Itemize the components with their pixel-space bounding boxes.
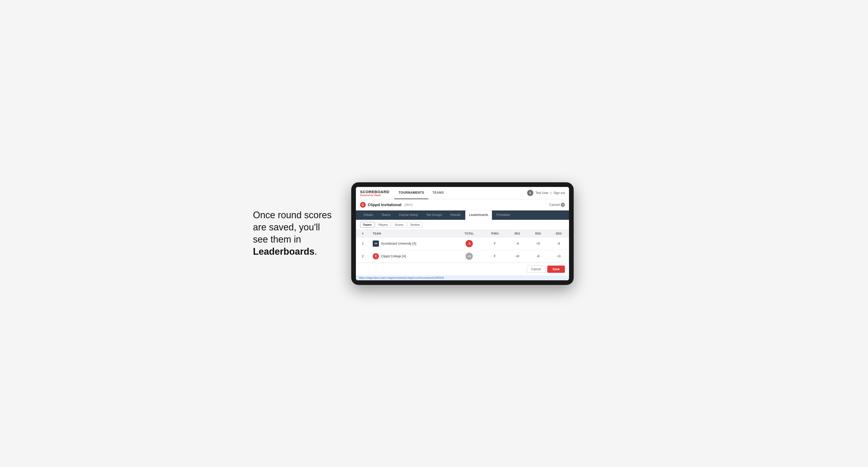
tab-course-setup[interactable]: Course Setup xyxy=(395,211,421,220)
leaderboard-table-container: # TEAM TOTAL THRU RD1 RD2 RD3 1 xyxy=(356,230,569,263)
tablet-frame: SCOREBOARD Powered by clippd TOURNAMENTS… xyxy=(351,182,574,285)
col-rd2: RD2 xyxy=(528,230,548,238)
tournament-title: C Clippd Invitational (Men) xyxy=(360,202,412,208)
tablet-screen: SCOREBOARD Powered by clippd TOURNAMENTS… xyxy=(356,187,569,280)
team-info-2: C Clippd College [A] xyxy=(373,253,453,259)
sign-out-button[interactable]: Sign out xyxy=(554,191,565,195)
tab-printables[interactable]: Printables xyxy=(493,211,514,220)
cancel-button[interactable]: Cancel xyxy=(527,266,545,273)
tournament-icon: C xyxy=(360,202,366,208)
nav-right: S Test User | Sign out xyxy=(527,190,565,196)
cancel-tournament-button[interactable]: Cancel ✕ xyxy=(549,203,565,207)
filter-bar: Teams Players Scores Strokes xyxy=(356,220,569,230)
user-name: Test User xyxy=(535,191,549,195)
close-icon: ✕ xyxy=(561,203,565,207)
rd3-2: +3 xyxy=(548,250,569,262)
nav-links: TOURNAMENTS TEAMS xyxy=(395,187,527,199)
tab-teams[interactable]: Teams xyxy=(378,211,394,220)
tab-tee-groups[interactable]: Tee Groups xyxy=(422,211,446,220)
total-2: +3 xyxy=(456,250,483,262)
leaderboard-table: # TEAM TOTAL THRU RD1 RD2 RD3 1 xyxy=(356,230,569,263)
col-thru: THRU xyxy=(483,230,507,238)
team-info-1: SB Scoreboard University [A] xyxy=(373,241,453,247)
logo-area: SCOREBOARD Powered by clippd xyxy=(360,190,389,196)
logo-text: SCOREBOARD xyxy=(360,190,389,194)
tab-details[interactable]: Details xyxy=(360,211,377,220)
col-rd1: RD1 xyxy=(507,230,528,238)
filter-teams-button[interactable]: Teams xyxy=(360,222,374,227)
col-total: TOTAL xyxy=(456,230,483,238)
sidebar-description: Once round scores are saved, you'll see … xyxy=(253,209,336,257)
tab-leaderboards[interactable]: Leaderboards xyxy=(465,211,492,220)
tab-results[interactable]: Results xyxy=(447,211,464,220)
status-url: https://stage-blue-coach.stagescoreboard… xyxy=(359,276,444,279)
team-logo-clippd: C xyxy=(373,253,379,259)
filter-strokes-button[interactable]: Strokes xyxy=(407,222,423,227)
sub-tabs: Details Teams Course Setup Tee Groups Re… xyxy=(356,211,569,220)
tournament-name: Clippd Invitational xyxy=(368,203,401,207)
thru-2: F xyxy=(483,250,507,262)
top-nav: SCOREBOARD Powered by clippd TOURNAMENTS… xyxy=(356,187,569,199)
filter-scores-button[interactable]: Scores xyxy=(392,222,406,227)
avatar: S xyxy=(527,190,533,196)
nav-teams[interactable]: TEAMS xyxy=(428,187,448,199)
rd2-1: +5 xyxy=(528,237,548,250)
description-period: . xyxy=(314,246,317,257)
col-rd3: RD3 xyxy=(548,230,569,238)
logo-sub: Powered by clippd xyxy=(360,194,389,196)
page-wrapper: Once round scores are saved, you'll see … xyxy=(253,182,615,285)
rd1-1: -4 xyxy=(507,237,528,250)
save-button[interactable]: Save xyxy=(547,266,565,273)
separator: | xyxy=(551,191,551,195)
rank-1: 1 xyxy=(356,237,370,250)
rd2-2: -8 xyxy=(528,250,548,262)
thru-1: F xyxy=(483,237,507,250)
total-badge-2: +3 xyxy=(466,253,473,260)
rd1-2: +8 xyxy=(507,250,528,262)
nav-tournaments[interactable]: TOURNAMENTS xyxy=(395,187,428,199)
tournament-gender: (Men) xyxy=(404,203,412,207)
col-rank: # xyxy=(356,230,370,238)
status-bar: https://stage-blue-coach.stagescoreboard… xyxy=(356,275,569,280)
table-row: 1 SB Scoreboard University [A] -5 xyxy=(356,237,569,250)
team-name-2: Clippd College [A] xyxy=(381,254,406,258)
table-header-row: # TEAM TOTAL THRU RD1 RD2 RD3 xyxy=(356,230,569,238)
table-row: 2 C Clippd College [A] +3 xyxy=(356,250,569,262)
filter-players-button[interactable]: Players xyxy=(376,222,391,227)
rank-2: 2 xyxy=(356,250,370,262)
rd3-1: -6 xyxy=(548,237,569,250)
team-logo-scoreboard: SB xyxy=(373,241,379,247)
total-badge-1: -5 xyxy=(466,240,473,247)
footer-bar: Cancel Save xyxy=(356,263,569,275)
team-name-1: Scoreboard University [A] xyxy=(381,242,416,245)
team-cell-2: C Clippd College [A] xyxy=(370,250,456,262)
total-1: -5 xyxy=(456,237,483,250)
tournament-header: C Clippd Invitational (Men) Cancel ✕ xyxy=(356,199,569,211)
description-bold: Leaderboards xyxy=(253,246,314,257)
description-text: Once round scores are saved, you'll see … xyxy=(253,210,332,245)
team-cell-1: SB Scoreboard University [A] xyxy=(370,237,456,250)
col-team: TEAM xyxy=(370,230,456,238)
